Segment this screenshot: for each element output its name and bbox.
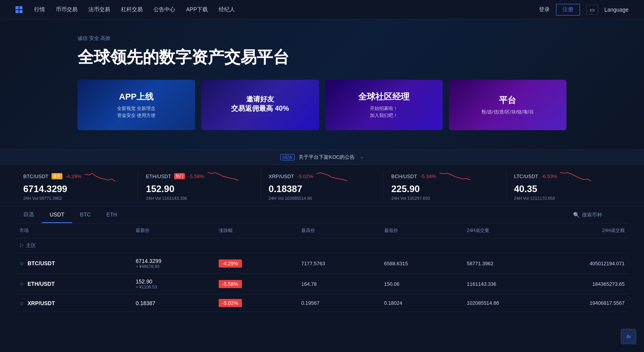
cell-change-xrp: -5.02% [215,299,298,307]
ticker-xrp-pair: XRP/USDT [269,173,294,179]
ticker-btc-badge: 减半 [52,173,62,179]
cell-pair-eth: ☆ ETH/USDT [16,281,132,287]
language-button[interactable]: Language [604,7,628,13]
ticker-xrp-chart [316,170,347,182]
cell-amount-eth: 184365273.65 [546,281,629,287]
nav-fiat-trade[interactable]: 法币交易 [88,6,110,13]
notice-bar: NEW 关于平台下架KOC的公告 → [0,149,644,165]
banner-community-title: 全球社区经理 [358,91,409,103]
col-low: 最低价 [380,227,463,234]
banner-community[interactable]: 全球社区经理 开始招募啦！加入我们吧！ [325,80,443,130]
cell-low-eth: 150.06 [380,281,463,287]
ticker-ltc-vol: 24H Vol 1211170.959 [514,196,621,201]
nav-coin-trade[interactable]: 币币交易 [56,6,78,13]
login-button[interactable]: 登录 [539,6,550,13]
ticker-eth[interactable]: ETH/USDT 热门 -5.58% 152.90 24H Vol 116114… [138,170,261,201]
notice-badge: NEW [280,154,295,160]
banner-app-desc: 全新视觉 全新理念资金安全 使用方便 [117,105,155,119]
notice-arrow[interactable]: → [359,155,364,160]
table-row[interactable]: ☆ ETH/USDT 152.90 ≈ ¥1108.53 -5.58% 164.… [16,274,628,294]
banner-platform-title: 平台 [499,94,516,106]
nav-links: 行情 币币交易 法币交易 杠杆交易 公告中心 APP下载 经纪人 [34,6,539,13]
col-change: 涨跌幅 [215,227,298,234]
banner-invite[interactable]: 邀请好友交易返佣最高 40% [201,80,319,130]
notice-text[interactable]: 关于平台下架KOC的公告 [299,154,355,161]
tab-btc[interactable]: BTC [72,207,98,223]
nav-broker[interactable]: 经纪人 [219,6,235,13]
cell-vol-eth: 1161143.336 [463,281,546,287]
ticker-eth-badge: 热门 [174,173,185,179]
table-header: 市场 最新价 涨跌幅 最高价 最低价 24H成交量 24H成交额 [16,223,628,238]
ticker-btc[interactable]: BTC/USDT 减半 -4.29% 6714.3299 24H Vol 587… [16,170,138,201]
cell-price-eth: 152.90 ≈ ¥1108.53 [132,278,215,289]
register-button[interactable]: 注册 [556,4,580,15]
ticker-bch[interactable]: BCH/USDT -5.34% 225.90 24H Vol 165297.69… [383,170,506,201]
ticker-ltc-price: 40.35 [514,184,621,194]
col-market: 市场 [16,227,132,234]
ticker-btc-vol: 24H Vol 58771.3962 [23,196,130,201]
ticker-xrp-price: 0.18387 [269,184,375,194]
banner-platform-desc: 甄/选/优/质/区/块/链/项/目 [482,108,534,115]
banner-app[interactable]: APP上线 全新视觉 全新理念资金安全 使用方便 [78,80,195,130]
table-row[interactable]: ☆ BTC/USDT 6714.3299 ≈ ¥48678.89 -4.29% … [16,253,628,274]
cell-low-xrp: 0.18024 [380,300,463,306]
ticker-eth-chart [207,170,238,182]
banner-platform[interactable]: 平台 甄/选/优/质/区/块/链/项/目 [449,80,566,130]
market-search[interactable]: 🔍 [573,212,628,218]
cell-change-btc: -4.29% [215,259,298,268]
tab-eth[interactable]: ETH [98,207,125,223]
market-section: 自选 USDT BTC ETH 🔍 市场 最新价 涨跌幅 最高价 最低价 24H… [0,206,644,320]
market-tabs: 自选 USDT BTC ETH 🔍 [16,206,628,223]
banner-invite-title: 邀请好友交易返佣最高 40% [231,94,289,113]
navbar: 行情 币币交易 法币交易 杠杆交易 公告中心 APP下载 经纪人 登录 注册 ▭… [0,0,644,19]
ticker-btc-change: -4.29% [66,173,81,179]
cell-price-xrp: 0.18387 [132,300,215,306]
star-eth[interactable]: ☆ [19,281,24,287]
ticker-btc-price: 6714.3299 [23,184,130,194]
nav-announcement[interactable]: 公告中心 [154,6,175,13]
cell-high-btc: 7177.5763 [297,261,380,266]
nav-app-download[interactable]: APP下载 [186,6,208,13]
ticker-xrp-vol: 24H Vol 102085514.86 [269,196,375,201]
ticker-bch-change: -5.34% [420,173,436,179]
col-amount: 24H成交额 [546,227,629,234]
banner-app-title: APP上线 [119,91,154,103]
col-high: 最高价 [297,227,380,234]
cell-amount-xrp: 19406817.5567 [546,300,629,306]
ticker-xrp-change: -5.02% [297,173,313,179]
tab-watchlist[interactable]: 自选 [16,206,42,223]
ticker-ltc-chart [560,170,591,182]
cell-high-eth: 164.78 [297,281,380,287]
cell-amount-btc: 405012194.071 [546,261,629,266]
nav-right: 登录 注册 ▭ Language [539,4,628,15]
ticker-xrp[interactable]: XRP/USDT -5.02% 0.18387 24H Vol 10208551… [261,170,383,201]
ticker-eth-pair: ETH/USDT [146,173,171,179]
cell-change-eth: -5.58% [215,280,298,288]
tab-usdt[interactable]: USDT [42,207,72,223]
ticker-eth-vol: 24H Vol 1161143.336 [146,196,252,201]
table-row[interactable]: ☆ XRP/USDT 0.18387 -5.02% 0.19567 0.1802… [16,294,628,312]
banner-grid: APP上线 全新视觉 全新理念资金安全 使用方便 邀请好友交易返佣最高 40% … [78,80,566,130]
search-input[interactable] [582,212,628,218]
pair-btc: BTC/USDT [28,260,55,266]
nav-leverage[interactable]: 杠杆交易 [121,6,143,13]
cell-vol-xrp: 102085514.86 [463,300,546,306]
nav-qr-icon[interactable]: ▭ [586,5,598,15]
logo-icon [16,6,22,13]
ticker-eth-price: 152.90 [146,184,252,194]
nav-market[interactable]: 行情 [34,6,45,13]
hero-title: 全球领先的数字资产交易平台 [78,46,566,68]
hero-section: 诚信 安全 高效 全球领先的数字资产交易平台 APP上线 全新视觉 全新理念资金… [0,19,644,149]
ticker-ltc-change: -6.53% [541,173,557,179]
ticker-ltc[interactable]: LTC/USDT -6.53% 40.35 24H Vol 1211170.95… [506,170,628,201]
star-btc[interactable]: ☆ [19,260,24,266]
pair-xrp: XRP/USDT [28,300,55,306]
logo[interactable] [16,6,22,13]
ticker-bch-vol: 24H Vol 165297.693 [391,196,498,201]
ticker-eth-change: -5.58% [188,173,204,179]
star-xrp[interactable]: ☆ [19,300,24,306]
ticker-btc-pair: BTC/USDT [23,173,48,179]
collapse-icon[interactable]: ▷ [19,242,24,248]
ticker-bch-pair: BCH/USDT [391,173,417,179]
banner-community-desc: 开始招募啦！加入我们吧！ [370,105,398,119]
